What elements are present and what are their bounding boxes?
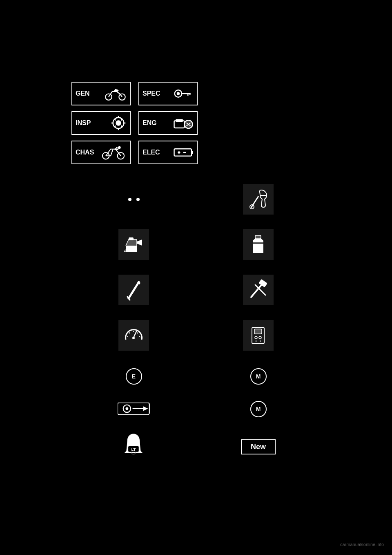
svg-rect-5 xyxy=(181,93,191,94)
battery-icon xyxy=(173,147,194,158)
hammer-icon-box xyxy=(243,275,274,305)
circle-m-icon: M xyxy=(250,368,267,385)
svg-line-32 xyxy=(134,331,136,338)
eye-meter-icon xyxy=(118,403,150,416)
key-icon xyxy=(173,88,194,99)
svg-rect-25 xyxy=(255,235,261,239)
svg-rect-16 xyxy=(114,149,118,150)
circle-e-container: E xyxy=(71,364,196,389)
svg-rect-7 xyxy=(189,93,191,95)
svg-rect-40 xyxy=(254,329,262,334)
svg-line-35 xyxy=(129,332,130,333)
tools-icon-box xyxy=(243,184,274,215)
gauge-icon-box xyxy=(118,320,149,351)
eye-icon-container xyxy=(71,398,196,420)
svg-rect-18 xyxy=(192,151,193,154)
svg-point-4 xyxy=(177,92,180,95)
lt-icon: LT xyxy=(120,434,147,460)
svg-point-47 xyxy=(125,407,128,410)
dot-left xyxy=(128,198,131,201)
new-badge: New xyxy=(241,439,276,454)
new-badge-text: New xyxy=(251,443,266,451)
circle-m2-label: M xyxy=(256,406,261,412)
badge-insp-adj: INSP xyxy=(71,111,131,135)
lubricant-icon-box xyxy=(243,229,274,260)
bottom-section: E M xyxy=(71,360,321,468)
gear-wrench-icon xyxy=(110,115,127,131)
svg-line-27 xyxy=(129,282,139,298)
circle-e-label: E xyxy=(132,373,136,380)
bottom-row-lt-new: LT New xyxy=(71,425,321,468)
two-dots xyxy=(128,192,140,207)
content-area: GEN SPEC xyxy=(71,82,321,468)
icon-row-4-right xyxy=(196,313,321,358)
badges-grid: GEN SPEC xyxy=(71,82,321,164)
badge-chas: CHAS xyxy=(71,141,131,164)
page-container: GEN SPEC xyxy=(0,0,392,555)
badge-spec: SPEC xyxy=(138,82,198,105)
svg-point-2 xyxy=(114,89,118,92)
badge-eng-text: ENG xyxy=(143,119,157,127)
badge-elec-text: ELEC xyxy=(143,148,160,156)
lt-icon-container: LT xyxy=(71,430,196,464)
bottom-row-em: E M xyxy=(71,360,321,393)
svg-line-38 xyxy=(139,336,140,337)
badge-elec: ELEC xyxy=(138,141,198,164)
badge-gen-info: GEN xyxy=(71,82,131,105)
badge-gen-info-text: GEN xyxy=(76,90,90,97)
circle-e-icon: E xyxy=(126,368,142,385)
circle-m-container: M xyxy=(196,364,321,389)
icon-row-2-right xyxy=(196,222,321,267)
icon-row-3-left xyxy=(71,267,196,313)
icon-row-3-right xyxy=(196,267,321,313)
svg-rect-17 xyxy=(174,149,192,156)
icon-row-1-left xyxy=(71,177,196,222)
svg-point-15 xyxy=(118,147,120,149)
bicycle-icon xyxy=(100,145,127,160)
badge-spec-text: SPEC xyxy=(143,90,160,97)
multimeter-icon-box xyxy=(243,320,274,351)
watermark: carmanualsonline.info xyxy=(340,542,384,547)
screwdriver-icon-box xyxy=(118,275,149,305)
svg-rect-26 xyxy=(253,242,263,244)
engine-oil-icon xyxy=(173,116,194,130)
circle-m-label: M xyxy=(256,373,261,380)
badge-insp-adj-text: INSP xyxy=(76,119,91,127)
motorcycle-icon xyxy=(104,87,127,101)
svg-line-34 xyxy=(127,336,128,337)
svg-rect-24 xyxy=(129,237,134,240)
icons-section xyxy=(71,177,321,358)
svg-rect-10 xyxy=(174,121,185,128)
oil-can-icon-box xyxy=(118,229,149,260)
svg-rect-6 xyxy=(187,93,189,96)
svg-rect-11 xyxy=(176,119,183,122)
icon-row-2-left xyxy=(71,222,196,267)
svg-text:LT: LT xyxy=(131,448,136,452)
bottom-row-eye-m: M xyxy=(71,393,321,425)
svg-point-33 xyxy=(132,337,135,339)
svg-line-37 xyxy=(137,332,138,333)
badge-eng: ENG xyxy=(138,111,198,135)
svg-point-41 xyxy=(255,336,257,339)
dot-right xyxy=(136,198,140,201)
icon-row-4-left xyxy=(71,313,196,358)
icon-row-1-right xyxy=(196,177,321,222)
new-badge-container: New xyxy=(196,435,321,459)
circle-m2-container: M xyxy=(196,397,321,421)
circle-m2-icon: M xyxy=(250,401,267,417)
badge-chas-text: CHAS xyxy=(76,148,94,156)
watermark-text: carmanualsonline.info xyxy=(340,542,384,547)
lt-svg-icon: LT xyxy=(120,433,147,461)
svg-point-42 xyxy=(259,336,261,339)
svg-point-9 xyxy=(116,120,121,125)
